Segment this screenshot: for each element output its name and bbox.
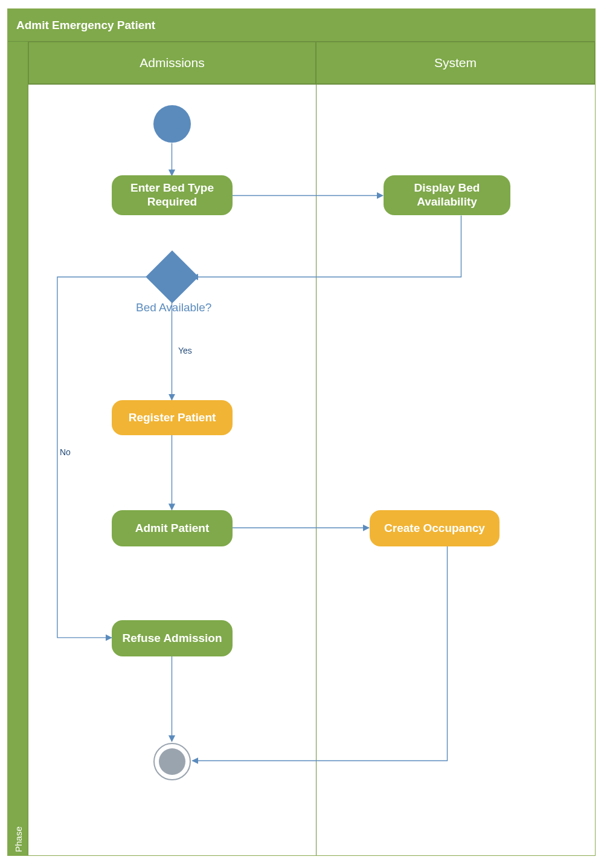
phase-lane: Phase bbox=[8, 42, 28, 855]
diagram-title-bar: Admit Emergency Patient bbox=[8, 9, 595, 42]
decision-bed-available bbox=[153, 258, 191, 296]
diagram-canvas: Enter Bed Type Required Display Bed Avai… bbox=[28, 84, 595, 855]
activity-admit-patient: Admit Patient bbox=[112, 510, 233, 546]
lane-header-row: Admissions System bbox=[8, 42, 595, 84]
activity-label: Create Occupancy bbox=[384, 522, 485, 536]
phase-label: Phase bbox=[13, 826, 23, 852]
activity-label: Refuse Admission bbox=[122, 632, 222, 646]
end-dot bbox=[159, 748, 185, 775]
edge-createocc-to-end bbox=[192, 546, 447, 760]
activity-label: Enter Bed Type Required bbox=[112, 181, 233, 209]
lane-header-system: System bbox=[316, 42, 595, 84]
activity-display-bed-availability: Display Bed Availability bbox=[384, 175, 510, 215]
activity-label: Register Patient bbox=[129, 411, 216, 425]
subprocess-register-patient: Register Patient bbox=[112, 400, 233, 435]
edge-displaybed-to-decision bbox=[192, 215, 461, 277]
end-node bbox=[153, 743, 191, 780]
lane-header-admissions: Admissions bbox=[28, 42, 316, 84]
lane-header-label: Admissions bbox=[140, 56, 204, 70]
end-ring bbox=[153, 743, 191, 780]
edge-label-no: No bbox=[60, 447, 71, 457]
lane-header-label: System bbox=[434, 56, 477, 70]
diagram-frame: Admit Emergency Patient Phase Admissions… bbox=[0, 0, 604, 868]
edge-decision-no-to-refuse bbox=[57, 277, 152, 638]
activity-refuse-admission: Refuse Admission bbox=[112, 620, 233, 656]
activity-label: Admit Patient bbox=[135, 522, 209, 536]
activity-enter-bed-type: Enter Bed Type Required bbox=[112, 175, 233, 215]
subprocess-create-occupancy: Create Occupancy bbox=[370, 510, 500, 546]
edge-label-yes: Yes bbox=[178, 346, 192, 355]
diagram-title: Admit Emergency Patient bbox=[16, 19, 155, 32]
start-node bbox=[153, 105, 191, 143]
decision-label: Bed Available? bbox=[136, 301, 211, 314]
lane-divider bbox=[316, 85, 316, 855]
diamond-shape bbox=[146, 250, 199, 303]
activity-label: Display Bed Availability bbox=[384, 181, 510, 209]
diagram-outer: Admit Emergency Patient Phase Admissions… bbox=[7, 8, 596, 856]
